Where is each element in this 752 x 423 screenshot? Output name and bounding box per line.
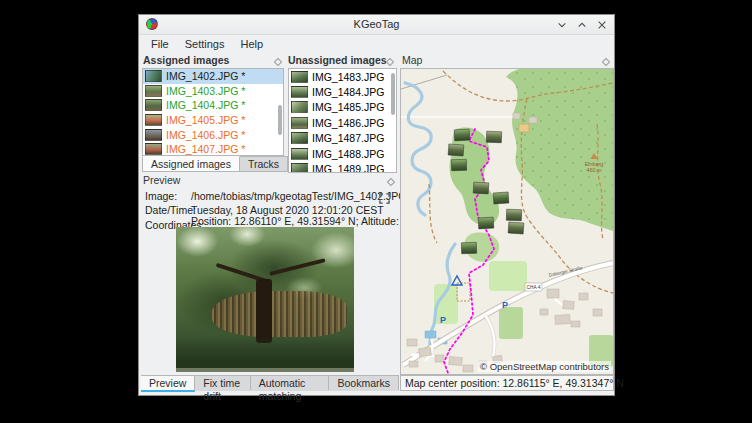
tab-bookmarks[interactable]: Bookmarks: [329, 376, 399, 390]
window-controls: [555, 18, 609, 32]
assigned-image-row[interactable]: IMG_1405.JPG *: [143, 113, 283, 128]
map-photo-marker[interactable]: [508, 222, 524, 234]
assigned-image-row[interactable]: IMG_1402.JPG *: [143, 69, 283, 84]
image-thumbnail: [291, 86, 308, 98]
map-building-tan: [519, 124, 529, 132]
map-photo-marker[interactable]: [451, 159, 466, 171]
titlebar[interactable]: KGeoTag: [139, 15, 614, 35]
image-thumbnail: [145, 70, 162, 82]
kgeotag-window: KGeoTag File Settings Help Assigned imag…: [138, 14, 615, 396]
scrollbar[interactable]: [278, 105, 282, 135]
map-canvas[interactable]: P P Einberg 460 m CHA 4 Daberger Straße: [401, 69, 613, 374]
image-thumbnail: [291, 163, 308, 173]
map-photo-marker[interactable]: [454, 129, 470, 141]
map-photo-marker[interactable]: [461, 242, 476, 254]
unassigned-image-row[interactable]: IMG_1489.JPG: [289, 161, 396, 173]
unassigned-images-list: IMG_1483.JPG IMG_1484.JPG IMG_1485.JPG I…: [288, 68, 397, 173]
tab-preview[interactable]: Preview: [141, 376, 195, 392]
menu-settings[interactable]: Settings: [177, 36, 233, 52]
image-thumbnail: [291, 117, 308, 129]
unassigned-image-row[interactable]: IMG_1485.JPG: [289, 100, 396, 115]
unassigned-image-label: IMG_1483.JPG: [312, 71, 384, 83]
image-thumbnail: [145, 129, 162, 141]
unassigned-image-row[interactable]: IMG_1488.JPG: [289, 146, 396, 161]
assigned-image-row[interactable]: IMG_1406.JPG *: [143, 127, 283, 142]
map-center-status: Map center position: 12.86115° E, 49.313…: [400, 375, 614, 391]
assigned-panel-header: Assigned images: [143, 54, 284, 68]
preview-panel-header: Preview: [143, 174, 397, 188]
menu-bar: File Settings Help: [139, 34, 614, 53]
unassigned-image-row[interactable]: IMG_1486.JPG: [289, 115, 396, 130]
road-ref-shield: CHA 4: [525, 283, 542, 291]
image-thumbnail: [145, 114, 162, 126]
unassigned-panel-header: Unassigned images: [288, 54, 396, 68]
preview-photo: [176, 227, 354, 372]
map-photo-marker[interactable]: [506, 209, 521, 221]
assigned-panel-title: Assigned images: [143, 54, 229, 66]
parking-icon: P: [440, 315, 446, 325]
assigned-tracks-tabbar: Assigned images Tracks: [142, 156, 288, 172]
assigned-image-label: IMG_1406.JPG *: [166, 129, 245, 141]
tab-automatic-matching[interactable]: Automatic matching: [251, 376, 330, 390]
map-panel-header: Map: [402, 54, 612, 68]
screen: KGeoTag File Settings Help Assigned imag…: [0, 0, 752, 423]
tab-tracks[interactable]: Tracks: [240, 156, 288, 172]
unassigned-image-label: IMG_1485.JPG: [312, 101, 384, 113]
maximize-icon[interactable]: [575, 18, 589, 32]
dock-float-icon[interactable]: [602, 56, 610, 68]
assigned-image-row[interactable]: IMG_1404.JPG *: [143, 98, 283, 113]
assigned-image-row[interactable]: IMG_1403.JPG *: [143, 84, 283, 99]
close-icon[interactable]: [595, 18, 609, 32]
bottom-tabbar: Preview Fix time drift Automatic matchin…: [141, 375, 399, 391]
osm-attribution: © OpenStreetMap contributors: [478, 361, 611, 372]
minimize-icon[interactable]: [555, 18, 569, 32]
peak-elevation-label: 460 m: [587, 167, 602, 173]
unassigned-image-label: IMG_1486.JPG: [312, 117, 384, 129]
tab-fix-time-drift[interactable]: Fix time drift: [195, 376, 250, 390]
image-thumbnail: [145, 99, 162, 111]
menu-file[interactable]: File: [143, 36, 177, 52]
assigned-image-label: IMG_1403.JPG *: [166, 85, 245, 97]
assigned-images-list: IMG_1402.JPG * IMG_1403.JPG * IMG_1404.J…: [142, 68, 284, 156]
scrollbar[interactable]: [391, 73, 395, 115]
dock-float-icon[interactable]: [386, 56, 394, 68]
parking-icon: P: [502, 300, 508, 310]
map-photo-marker[interactable]: [448, 144, 464, 156]
menu-help[interactable]: Help: [232, 36, 271, 52]
image-thumbnail: [291, 71, 308, 83]
assigned-image-label: IMG_1404.JPG *: [166, 99, 245, 111]
image-path-value: /home/tobias/tmp/kgeotagTest/IMG_1402.JP…: [191, 190, 406, 202]
assigned-image-label: IMG_1405.JPG *: [166, 114, 245, 126]
image-thumbnail: [291, 101, 308, 113]
unassigned-image-label: IMG_1487.JPG: [312, 132, 384, 144]
map-photo-marker[interactable]: [473, 182, 489, 194]
assigned-image-row[interactable]: IMG_1407.JPG *: [143, 142, 283, 156]
image-thumbnail: [291, 148, 308, 160]
unassigned-image-row[interactable]: IMG_1484.JPG: [289, 84, 396, 99]
road-ref-label: CHA 4: [527, 285, 541, 290]
unassigned-image-label: IMG_1488.JPG: [312, 148, 384, 160]
dock-float-icon[interactable]: [274, 56, 282, 68]
image-thumbnail: [291, 132, 308, 144]
image-thumbnail: [145, 143, 162, 155]
map-photo-marker[interactable]: [486, 131, 501, 143]
window-title: KGeoTag: [139, 15, 614, 34]
unassigned-image-label: IMG_1484.JPG: [312, 86, 384, 98]
map-container: P P Einberg 460 m CHA 4 Daberger Straße …: [400, 68, 614, 375]
image-thumbnail: [145, 85, 162, 97]
map-panel-title: Map: [402, 54, 422, 66]
unassigned-panel-title: Unassigned images: [288, 54, 387, 66]
assigned-image-label: IMG_1407.JPG *: [166, 143, 245, 155]
unassigned-image-row[interactable]: IMG_1483.JPG: [289, 69, 396, 84]
map-pool: [425, 331, 436, 338]
datetime-label: Date/Time:: [145, 204, 191, 216]
map-photo-marker[interactable]: [478, 217, 494, 229]
assigned-image-label: IMG_1402.JPG *: [166, 70, 245, 82]
dock-float-icon[interactable]: [387, 176, 395, 188]
preview-panel-title: Preview: [143, 174, 180, 186]
map-photo-marker[interactable]: [493, 192, 509, 204]
unassigned-image-label: IMG_1489.JPG: [312, 163, 384, 173]
tab-assigned-images[interactable]: Assigned images: [142, 156, 240, 172]
image-path-label: Image:: [145, 190, 191, 202]
unassigned-image-row[interactable]: IMG_1487.JPG: [289, 131, 396, 146]
